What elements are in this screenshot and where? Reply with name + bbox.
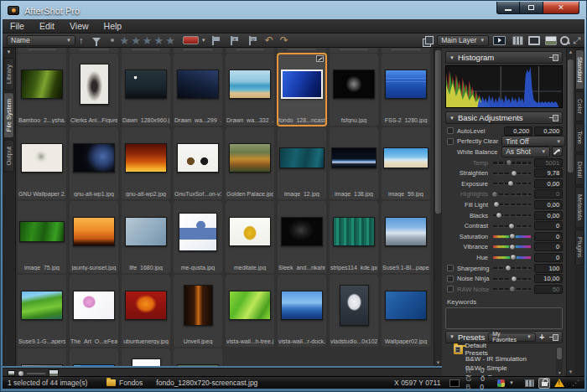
- chevron-down-icon[interactable]: ▼: [201, 38, 206, 43]
- collapse-panel-icon[interactable]: ▼: [3, 48, 15, 56]
- add-preset-button[interactable]: +: [539, 332, 544, 342]
- right-tab[interactable]: Plugins: [575, 230, 584, 266]
- collapse-icon[interactable]: ▼: [449, 116, 455, 121]
- star-icon[interactable]: ★: [131, 34, 141, 47]
- proof-grid-icon[interactable]: [525, 379, 534, 387]
- thumbnail-cell[interactable]: life_1680.jpg: [122, 201, 170, 273]
- thumbnail-cell[interactable]: Unveil.jpeg: [174, 275, 222, 347]
- layers-icon[interactable]: [423, 36, 433, 45]
- warning-icon[interactable]: [554, 379, 564, 387]
- preview-view-icon[interactable]: [528, 36, 540, 45]
- filter-icon[interactable]: [92, 38, 101, 47]
- slider-knob[interactable]: [510, 254, 517, 260]
- value-field[interactable]: 0: [534, 232, 563, 241]
- thumbnail-cell[interactable]: [122, 348, 170, 366]
- thumbnail-cell[interactable]: image_12.jpg: [278, 127, 326, 199]
- partial-cell[interactable]: [18, 48, 66, 53]
- zoom-slider-knob[interactable]: [18, 371, 23, 376]
- thumbnail-cell[interactable]: ubuntuenergy.jpg: [122, 275, 170, 347]
- slider-knob[interactable]: [508, 223, 515, 230]
- slider[interactable]: [493, 275, 531, 283]
- panel-scrollbar[interactable]: ▲ ▼: [566, 48, 574, 376]
- slider[interactable]: [493, 211, 531, 219]
- checkbox[interactable]: [447, 127, 454, 134]
- presets-header[interactable]: ▼ Presets My Favorites▼ +: [445, 331, 563, 343]
- dropdown[interactable]: Tint Off▼: [501, 136, 565, 147]
- slider-knob[interactable]: [493, 201, 500, 208]
- scroll-up-icon[interactable]: ▲: [567, 49, 574, 54]
- star-icon[interactable]: ★: [153, 34, 164, 47]
- thumbnail-cell[interactable]: Suse9.1-G...apers.jpg: [18, 275, 66, 347]
- checkbox[interactable]: [447, 276, 454, 282]
- color-label-swatch[interactable]: [183, 36, 199, 44]
- thumbnail-cell[interactable]: Suse9.1-Bl...papers.jpg: [382, 201, 430, 273]
- grid-scrollbar-thumb[interactable]: [435, 50, 441, 214]
- left-tab[interactable]: Output: [3, 140, 14, 173]
- folder-name[interactable]: Fondos: [119, 379, 143, 387]
- slider-knob[interactable]: [509, 233, 516, 240]
- maximize-button[interactable]: [520, 2, 543, 14]
- eyedropper-button[interactable]: [552, 147, 563, 157]
- value-field[interactable]: 10,00: [534, 274, 563, 283]
- resize-grip[interactable]: ⋰: [572, 379, 579, 387]
- thumbnail-cell[interactable]: fsfgnu.jpg: [330, 54, 378, 126]
- value-field[interactable]: 0: [534, 242, 563, 251]
- slider-knob[interactable]: [511, 276, 517, 282]
- value-field[interactable]: 5001: [534, 158, 563, 168]
- thumbnail-cell[interactable]: gnu-alt-wp1.jpg: [70, 127, 118, 199]
- collapse-icon[interactable]: ▼: [449, 55, 455, 60]
- lock-icon[interactable]: [538, 378, 550, 389]
- thumbnail-cell[interactable]: Wallpaper02.jpg: [382, 275, 430, 347]
- menu-item[interactable]: Edit: [32, 19, 62, 33]
- slider[interactable]: [493, 232, 531, 240]
- thumbnail-cell[interactable]: Drawn_wa...332_.jpg: [226, 54, 274, 126]
- slider[interactable]: [493, 285, 531, 293]
- left-tab[interactable]: Library: [3, 58, 14, 90]
- presets-filter-dropdown[interactable]: My Favorites▼: [488, 333, 536, 342]
- thumbnail-cell[interactable]: [18, 348, 66, 366]
- thumbnail-cell[interactable]: meditate.jpg: [226, 201, 274, 273]
- sort-dropdown[interactable]: Name▼: [7, 35, 75, 46]
- left-tab[interactable]: File System: [3, 92, 14, 138]
- flag-reject-icon[interactable]: ✕: [230, 36, 238, 45]
- partial-cell[interactable]: [226, 48, 274, 53]
- right-tab[interactable]: Detail: [575, 154, 584, 185]
- checkbox[interactable]: [447, 138, 454, 145]
- thumbnail-cell[interactable]: Drawn_wa...299_.jpg: [174, 54, 222, 126]
- layer-dropdown[interactable]: Main Layer▼: [437, 35, 489, 46]
- thumbnail-cell[interactable]: vladstudio...0x1024.jpg: [330, 275, 378, 347]
- slider[interactable]: [493, 158, 531, 167]
- preset-item[interactable]: − Default Presets: [454, 345, 463, 354]
- slider[interactable]: [493, 253, 531, 261]
- partial-cell[interactable]: [382, 48, 430, 53]
- slider[interactable]: [493, 243, 531, 251]
- value-field[interactable]: 0,200: [534, 126, 563, 136]
- slider-knob[interactable]: [505, 265, 512, 271]
- right-tab[interactable]: Metadata: [575, 187, 584, 228]
- slider-knob[interactable]: [509, 286, 516, 292]
- slider[interactable]: [493, 190, 531, 199]
- slider-knob[interactable]: [491, 191, 498, 198]
- thumbnail-cell[interactable]: Bamboo_2...ysha.jpg: [18, 54, 66, 126]
- close-button[interactable]: ✕: [543, 2, 579, 14]
- thumbnail-cell[interactable]: Dawn_1280x960.jpg: [122, 54, 170, 126]
- pin-icon[interactable]: [549, 54, 558, 60]
- menu-item[interactable]: View: [62, 19, 96, 33]
- right-tab[interactable]: Tone: [575, 123, 584, 152]
- fullscreen-icon[interactable]: ⤢: [573, 35, 580, 46]
- title-bar[interactable]: AfterShot Pro ✕: [3, 2, 584, 19]
- thumbnail-cell[interactable]: me-gusta.jpg: [174, 201, 222, 273]
- thumbnail-cell[interactable]: FSS-2_1280.jpg: [382, 54, 430, 126]
- star-icon[interactable]: ★: [143, 34, 153, 47]
- value-field[interactable]: 9,78: [534, 168, 563, 178]
- thumbnail-cell[interactable]: stripes114_kde.jpg: [330, 201, 378, 273]
- flag-pick-icon[interactable]: [211, 36, 220, 45]
- partial-cell[interactable]: [278, 48, 326, 53]
- thumbnail-cell[interactable]: jaunty-sunset.jpg: [70, 201, 118, 273]
- partial-cell[interactable]: [70, 48, 118, 53]
- thumbnail-cell[interactable]: vista-wall...r-dock.jpg: [278, 275, 326, 347]
- partial-cell[interactable]: [174, 48, 222, 53]
- flag-clear-icon[interactable]: ⊘: [248, 36, 257, 45]
- keywords-input[interactable]: [445, 307, 563, 329]
- image-view-icon[interactable]: [545, 36, 557, 45]
